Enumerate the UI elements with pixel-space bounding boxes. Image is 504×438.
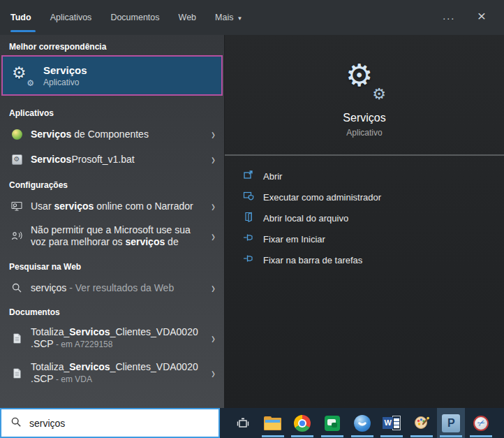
services-gears-icon: ⚙ ⚙	[12, 65, 33, 86]
section-header-documents: Documentos	[9, 307, 224, 317]
section-header-settings: Configurações	[9, 180, 224, 190]
chevron-down-icon: ▼	[237, 15, 242, 22]
paint-icon	[413, 414, 430, 433]
chrome-icon	[294, 415, 311, 432]
list-item-document-2[interactable]: Totaliza_Servicos_Clientes_VDA0020.SCP -…	[0, 356, 224, 390]
taskbar-google-chat[interactable]	[318, 408, 346, 438]
tab-web[interactable]: Web	[179, 8, 196, 27]
word-icon: W	[383, 416, 401, 431]
running-indicator	[262, 435, 284, 437]
document-icon	[10, 368, 23, 379]
narrator-monitor-icon	[10, 200, 23, 212]
taskbar: W P	[220, 408, 504, 438]
tab-mais[interactable]: Mais▼	[215, 8, 242, 27]
taskbar-phone[interactable]	[348, 408, 376, 438]
search-icon	[10, 282, 23, 293]
best-match-subtitle: Aplicativo	[43, 77, 87, 88]
close-button[interactable]: ×	[469, 6, 494, 29]
preview-divider	[225, 154, 504, 156]
tab-strip: Tudo Aplicativos Documentos Web Mais▼	[0, 8, 242, 27]
file-explorer-icon	[264, 416, 281, 430]
gear-small-icon: ⚙	[372, 85, 386, 103]
best-match-title: Serviços	[43, 64, 87, 77]
tab-documentos[interactable]: Documentos	[110, 8, 159, 27]
preview-actions: Abrir Executar como administrador	[225, 166, 504, 270]
chevron-right-icon[interactable]: ›	[212, 365, 215, 382]
action-open-file-location[interactable]: Abrir local do arquivo	[243, 207, 504, 228]
gear-small-icon: ⚙	[27, 78, 34, 88]
preview-subtitle: Aplicativo	[346, 128, 382, 138]
phone-icon	[354, 415, 371, 432]
chevron-right-icon[interactable]: ›	[212, 126, 215, 143]
action-open[interactable]: Abrir	[243, 166, 504, 187]
list-item-servicos-bat[interactable]: ⚙ ServicosProsoft_v1.bat ›	[0, 147, 224, 172]
running-indicator	[321, 435, 343, 437]
chevron-right-icon[interactable]: ›	[212, 279, 215, 297]
bottom-bar: W P	[0, 408, 504, 438]
section-header-apps: Aplicativos	[9, 108, 224, 118]
action-pin-to-start[interactable]: Fixar em Iniciar	[243, 228, 504, 249]
running-indicator	[291, 435, 313, 437]
list-item-document-1[interactable]: Totaliza_Servicos_Clientes_VDA0020.SCP -…	[0, 321, 224, 356]
gear-big-icon: ⚙	[346, 57, 373, 93]
chevron-right-icon[interactable]: ›	[212, 228, 215, 245]
snipping-tool-icon: ✂	[473, 416, 489, 431]
chevron-right-icon[interactable]: ›	[212, 198, 215, 215]
gear-big-icon: ⚙	[12, 64, 27, 82]
chevron-right-icon[interactable]: ›	[212, 151, 215, 168]
preview-title: Serviços	[343, 112, 385, 124]
list-item-web-search[interactable]: serviços - Ver resultados da Web ›	[0, 275, 224, 300]
task-view-button[interactable]	[229, 408, 257, 438]
services-gears-icon-large: ⚙ ⚙	[344, 61, 385, 99]
running-indicator	[470, 435, 492, 437]
section-header-web: Pesquisar na Web	[9, 262, 224, 272]
running-indicator	[380, 435, 403, 437]
tab-aplicativos[interactable]: Aplicativos	[50, 8, 92, 27]
google-chat-icon	[325, 416, 340, 431]
open-window-icon	[243, 169, 254, 183]
active-tab-underline	[10, 30, 36, 32]
search-flyout-window: Tudo Aplicativos Documentos Web Mais▼ ··…	[0, 0, 504, 438]
best-match-text: Serviços Aplicativo	[43, 64, 87, 88]
list-item-voice-setting[interactable]: Não permitir que a Microsoft use sua voz…	[0, 219, 224, 254]
section-header-best-match: Melhor correspondência	[9, 42, 224, 52]
chevron-right-icon[interactable]: ›	[212, 330, 215, 347]
main-area: Melhor correspondência ⚙ ⚙ Serviços Apli…	[0, 35, 504, 408]
preview-panel: ⚙ ⚙ Serviços Aplicativo Abrir	[225, 35, 504, 408]
running-indicator	[410, 435, 433, 437]
search-box[interactable]	[0, 408, 220, 438]
search-icon	[10, 416, 22, 430]
bat-file-icon: ⚙	[10, 154, 23, 165]
window-controls: ··· ×	[434, 0, 504, 35]
admin-shield-icon	[243, 190, 254, 204]
component-services-icon	[10, 129, 23, 140]
taskbar-word[interactable]: W	[378, 408, 406, 438]
prosoft-icon: P	[442, 414, 460, 432]
file-location-icon	[243, 211, 254, 225]
taskbar-paint[interactable]	[408, 408, 436, 438]
tab-tudo[interactable]: Tudo	[10, 8, 31, 27]
running-indicator	[351, 435, 373, 437]
running-indicator	[440, 435, 462, 437]
results-panel: Melhor correspondência ⚙ ⚙ Serviços Apli…	[0, 35, 225, 408]
pin-icon	[243, 253, 254, 267]
action-run-as-admin[interactable]: Executar como administrador	[243, 187, 504, 207]
list-item-component-services[interactable]: Serviços de Componentes ›	[0, 122, 224, 147]
taskbar-chrome[interactable]	[288, 408, 316, 438]
taskbar-prosoft[interactable]: P	[437, 408, 465, 438]
best-match-item-servicos[interactable]: ⚙ ⚙ Serviços Aplicativo	[1, 55, 223, 96]
action-pin-to-taskbar[interactable]: Fixar na barra de tarefas	[243, 249, 504, 270]
voice-speech-icon	[10, 231, 23, 242]
document-icon	[10, 333, 23, 344]
search-input[interactable]	[29, 418, 197, 429]
taskbar-snipping-tool[interactable]: ✂	[467, 408, 495, 438]
pin-icon	[243, 232, 254, 246]
taskbar-file-explorer[interactable]	[259, 408, 287, 438]
list-item-narrator-setting[interactable]: Usar serviços online com o Narrador ›	[0, 194, 224, 219]
topbar: Tudo Aplicativos Documentos Web Mais▼ ··…	[0, 0, 504, 35]
more-options-button[interactable]: ···	[434, 8, 464, 28]
